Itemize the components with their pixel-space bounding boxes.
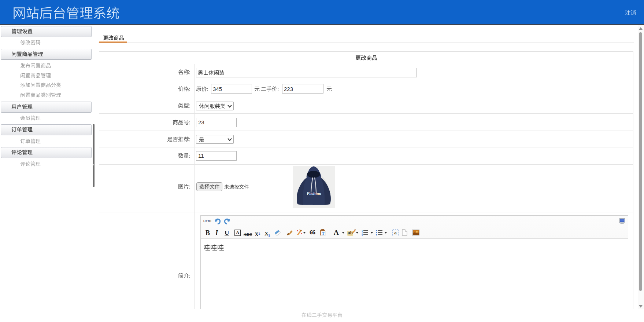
svg-text:3: 3: [362, 234, 363, 236]
svg-text:Fashion: Fashion: [306, 191, 321, 196]
svg-text:T: T: [322, 231, 324, 235]
